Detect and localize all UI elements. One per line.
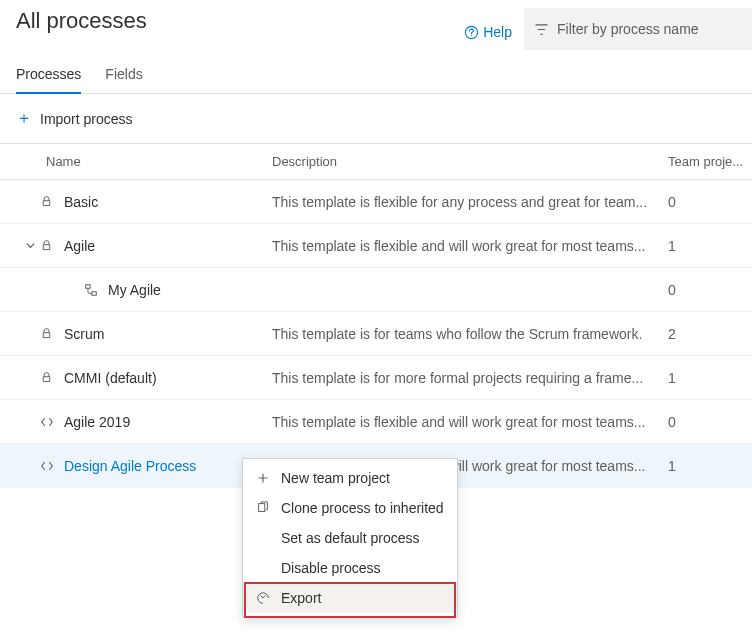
table-row[interactable]: My Agile 0 [0,268,752,312]
svg-point-1 [471,35,472,36]
help-label: Help [483,24,512,40]
lock-icon [40,371,64,384]
filter-input[interactable] [557,21,742,37]
table-header: Name Description Team proje... [0,144,752,180]
export-icon [255,590,271,606]
process-description: This template is flexible for any proces… [272,194,668,210]
svg-rect-3 [92,291,96,295]
table-row[interactable]: CMMI (default) This template is for more… [0,356,752,400]
lock-icon [40,327,64,340]
process-name: Agile 2019 [64,414,248,430]
page-title: All processes [16,8,147,34]
process-name: Scrum [64,326,248,342]
process-name: CMMI (default) [64,370,248,386]
process-name: Basic [64,194,248,210]
process-name: My Agile [108,282,248,298]
process-project-count: 0 [668,414,752,430]
process-description: This template is flexible and will work … [272,238,668,254]
help-link[interactable]: Help [464,24,512,40]
filter-box[interactable] [524,8,752,50]
process-description: This template is flexible and will work … [272,414,668,430]
tab-fields[interactable]: Fields [105,66,142,93]
process-project-count: 0 [668,282,752,298]
inherited-icon [84,283,108,297]
column-name: Name [46,154,272,169]
lock-icon [40,239,64,252]
process-description: This template is for teams who follow th… [272,326,668,342]
code-icon [40,415,64,429]
table-row[interactable]: Agile This template is flexible and will… [0,224,752,268]
menu-label: Export [281,590,321,606]
copy-icon [255,500,271,516]
filter-icon [534,22,549,37]
context-menu: New team project Clone process to inheri… [242,458,458,618]
table-row[interactable]: Basic This template is flexible for any … [0,180,752,224]
menu-set-default[interactable]: Set as default process [243,523,457,553]
process-description: This template is for more formal project… [272,370,668,386]
tab-processes[interactable]: Processes [16,66,81,94]
column-projects: Team proje... [668,154,752,169]
plus-icon: ＋ [16,108,32,129]
menu-export[interactable]: Export [243,583,457,613]
chevron-down-icon[interactable] [20,240,40,251]
process-project-count: 1 [668,238,752,254]
import-process-button[interactable]: ＋ Import process [0,94,752,144]
menu-label: Clone process to inherited [281,500,444,516]
menu-label: Set as default process [281,530,420,546]
code-icon [40,459,64,473]
column-description: Description [272,154,668,169]
lock-icon [40,195,64,208]
process-project-count: 1 [668,458,752,474]
process-project-count: 2 [668,326,752,342]
table-row[interactable]: Scrum This template is for teams who fol… [0,312,752,356]
table-row[interactable]: Agile 2019 This template is flexible and… [0,400,752,444]
import-label: Import process [40,111,133,127]
plus-icon [255,470,271,486]
process-project-count: 1 [668,370,752,386]
help-icon [464,25,479,40]
svg-rect-2 [86,284,90,288]
menu-new-team-project[interactable]: New team project [243,463,457,493]
menu-disable-process[interactable]: Disable process [243,553,457,583]
process-project-count: 0 [668,194,752,210]
process-name-link[interactable]: Design Agile Process [64,458,248,474]
process-name: Agile [64,238,248,254]
menu-clone-process[interactable]: Clone process to inherited [243,493,457,523]
menu-label: Disable process [281,560,381,576]
svg-rect-4 [259,504,265,512]
menu-label: New team project [281,470,390,486]
